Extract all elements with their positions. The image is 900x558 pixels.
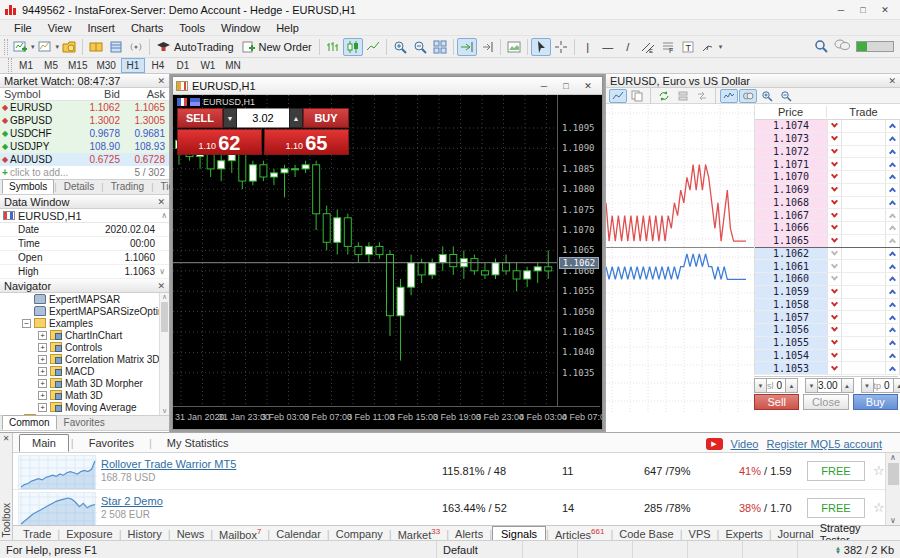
toolbox-tab-code-base[interactable]: Code Base bbox=[613, 528, 679, 540]
signal-name-link[interactable]: Star 2 Demo bbox=[101, 495, 163, 507]
timeframe-m5[interactable]: M5 bbox=[39, 58, 63, 73]
data-window-button[interactable] bbox=[106, 38, 126, 56]
window-minimize-button[interactable]: ─ bbox=[830, 3, 852, 17]
menu-charts[interactable]: Charts bbox=[123, 21, 171, 35]
dom-tick-chart-icon[interactable] bbox=[720, 89, 738, 103]
text-tool[interactable]: T bbox=[678, 38, 698, 56]
toolbox-tab-alerts[interactable]: Alerts bbox=[449, 528, 489, 540]
sell-limit-button[interactable] bbox=[827, 133, 842, 145]
menu-file[interactable]: File bbox=[6, 21, 40, 35]
timeframe-m15[interactable]: M15 bbox=[64, 58, 91, 73]
navigator-item[interactable]: +Moving Average bbox=[0, 401, 169, 413]
navigator-item[interactable]: +Controls bbox=[0, 341, 169, 353]
signal-name-link[interactable]: Rollover Trade Warrior MT5 bbox=[101, 458, 236, 470]
video-icon[interactable]: ▶ bbox=[706, 438, 723, 450]
dom-price-cell[interactable]: 1.1072 bbox=[755, 146, 827, 158]
navigator-tab-common[interactable]: Common bbox=[2, 415, 57, 430]
dom-price-cell[interactable]: 1.1061 bbox=[755, 260, 827, 272]
candlestick-mode-button[interactable] bbox=[343, 38, 363, 56]
sell-limit-button[interactable] bbox=[827, 171, 842, 183]
horizontal-line-tool[interactable]: — bbox=[598, 38, 618, 56]
sell-limit-button[interactable] bbox=[827, 324, 842, 336]
dom-price-cell[interactable]: 1.1073 bbox=[755, 133, 827, 145]
sell-limit-button[interactable] bbox=[827, 146, 842, 158]
dom-volume-decrease-button[interactable]: ▼ bbox=[805, 378, 818, 393]
signal-free-button[interactable]: FREE bbox=[807, 498, 865, 518]
market-watch-tab-details[interactable]: Details bbox=[57, 179, 102, 194]
dom-price-cell[interactable]: 1.1068 bbox=[755, 197, 827, 209]
dom-price-cell[interactable]: 1.1056 bbox=[755, 324, 827, 336]
signals-tab-favorites[interactable]: Favorites bbox=[76, 434, 147, 452]
toolbox-tab-trade[interactable]: Trade bbox=[17, 528, 57, 540]
sell-limit-button[interactable] bbox=[827, 222, 842, 234]
navigator-item[interactable]: +Correlation Matrix 3D bbox=[0, 353, 169, 365]
tree-expand-icon[interactable]: + bbox=[38, 331, 47, 340]
dom-price-cell[interactable]: 1.1055 bbox=[755, 337, 827, 349]
chart-maximize-button[interactable]: □ bbox=[555, 79, 577, 93]
market-watch-row[interactable]: ◆USDCHF0.96780.9681 bbox=[0, 127, 169, 140]
timeframe-h4[interactable]: H4 bbox=[146, 58, 170, 73]
navigator-scrollbar[interactable]: ∧∨ bbox=[159, 293, 169, 415]
chart-close-button[interactable]: ✕ bbox=[577, 79, 599, 93]
bar-chart-mode-button[interactable] bbox=[323, 38, 343, 56]
ask-price-display[interactable]: 1.1065 bbox=[264, 129, 349, 155]
signal-row[interactable]: Rollover Trade Warrior MT5168.78 USD115.… bbox=[13, 453, 885, 490]
buy-limit-button[interactable] bbox=[885, 337, 900, 349]
toolbox-tab-journal[interactable]: Journal bbox=[772, 528, 820, 540]
chart-window-titlebar[interactable]: EURUSD,H1 ─ □ ✕ bbox=[173, 77, 602, 95]
tree-expand-icon[interactable]: + bbox=[38, 391, 47, 400]
sell-limit-button[interactable] bbox=[827, 350, 842, 362]
timeframe-mn[interactable]: MN bbox=[221, 58, 245, 73]
equidistant-channel-tool[interactable]: E bbox=[638, 38, 658, 56]
new-chart-dropdown[interactable]: ▾ bbox=[31, 43, 35, 51]
chart-shift-button[interactable] bbox=[477, 38, 497, 56]
navigator-item[interactable]: ExpertMAPSARSizeOptim bbox=[0, 305, 169, 317]
market-watch-add-row[interactable]: + click to add... 5 / 302 bbox=[0, 166, 169, 179]
timeframe-h1[interactable]: H1 bbox=[121, 58, 145, 73]
dom-price-cell[interactable]: 1.1066 bbox=[755, 222, 827, 234]
navigator-item[interactable]: −Scripts bbox=[0, 413, 169, 415]
line-chart-mode-button[interactable] bbox=[363, 38, 383, 56]
sell-limit-button[interactable] bbox=[827, 362, 842, 374]
window-maximize-button[interactable]: □ bbox=[852, 3, 874, 17]
scroll-up-icon[interactable]: ∧ bbox=[161, 211, 169, 220]
chart-minimize-button[interactable]: ─ bbox=[533, 79, 555, 93]
window-close-button[interactable]: ✕ bbox=[874, 3, 896, 17]
navigator-item[interactable]: +MACD bbox=[0, 365, 169, 377]
signal-row[interactable]: Star 2 Demo2 508 EUR163.44% / 5214285 /7… bbox=[13, 490, 885, 525]
buy-limit-button[interactable] bbox=[885, 260, 900, 272]
dom-price-cell[interactable]: 1.1054 bbox=[755, 350, 827, 362]
menu-tools[interactable]: Tools bbox=[171, 21, 213, 35]
buy-limit-button[interactable] bbox=[885, 273, 900, 285]
dom-split-icon[interactable] bbox=[674, 89, 692, 103]
buy-limit-button[interactable] bbox=[885, 286, 900, 298]
sl-increase-button[interactable]: ▲ bbox=[785, 378, 798, 393]
timeframe-m1[interactable]: M1 bbox=[14, 58, 38, 73]
menu-help[interactable]: Help bbox=[268, 21, 307, 35]
dom-close-button[interactable]: Close bbox=[803, 394, 848, 410]
dom-zoom-in-icon[interactable] bbox=[758, 89, 776, 103]
dom-buy-button[interactable]: Buy bbox=[853, 394, 898, 410]
new-chart-button[interactable] bbox=[10, 38, 30, 56]
signals-scrollbar[interactable]: ∧∨ bbox=[885, 453, 900, 525]
dom-price-cell[interactable]: 1.1067 bbox=[755, 209, 827, 221]
volume-input[interactable]: 3.02 bbox=[237, 108, 289, 128]
favorite-star-icon[interactable]: ☆ bbox=[873, 463, 885, 478]
buy-limit-button[interactable] bbox=[885, 311, 900, 323]
dom-price-cell[interactable]: 1.1057 bbox=[755, 311, 827, 323]
toolbox-tab-vps[interactable]: VPS bbox=[683, 528, 717, 540]
buy-limit-button[interactable] bbox=[885, 120, 900, 132]
sell-limit-button[interactable] bbox=[827, 235, 842, 247]
navigator-item[interactable]: +Math 3D bbox=[0, 389, 169, 401]
tree-expand-icon[interactable]: − bbox=[12, 415, 21, 416]
dom-close-icon[interactable]: ✕ bbox=[888, 76, 896, 86]
dom-price-cell[interactable]: 1.1071 bbox=[755, 158, 827, 170]
auto-scroll-button[interactable] bbox=[457, 38, 477, 56]
tp-increase-button[interactable]: ▲ bbox=[893, 378, 900, 393]
tree-expand-icon[interactable]: + bbox=[38, 355, 47, 364]
templates-button[interactable] bbox=[504, 38, 524, 56]
take-profit-stepper[interactable]: ▼ tp0 ▲ bbox=[861, 378, 900, 393]
dom-merge-icon[interactable] bbox=[739, 89, 757, 103]
menu-view[interactable]: View bbox=[40, 21, 80, 35]
zoom-out-button[interactable] bbox=[410, 38, 430, 56]
